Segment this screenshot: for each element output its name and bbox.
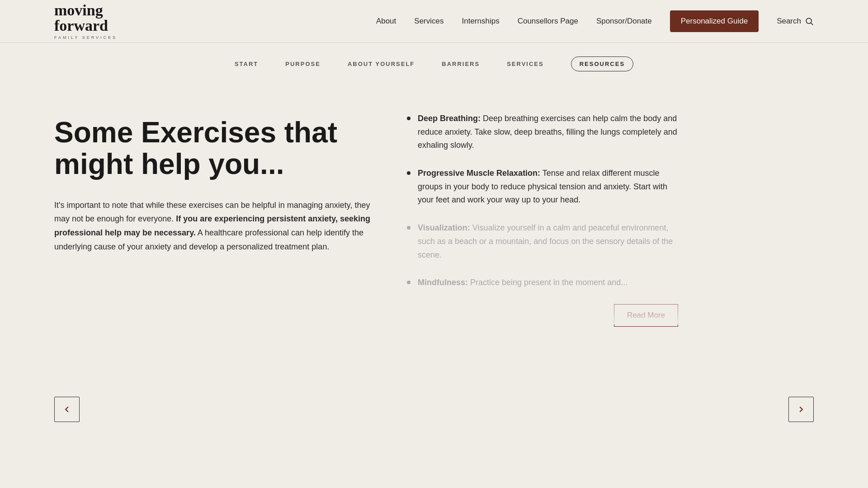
bullet-text-0: Deep Breathing: Deep breathing exercises… (418, 112, 678, 152)
personalized-guide-button[interactable]: Personalized Guide (670, 10, 759, 32)
bullet-item-1: Progressive Muscle Relaxation: Tense and… (407, 167, 678, 207)
bullet-dot-1 (407, 171, 410, 175)
sub-nav-item-start[interactable]: START (235, 61, 258, 67)
search-icon (805, 17, 814, 26)
bullet-item-0: Deep Breathing: Deep breathing exercises… (407, 112, 678, 152)
bullet-item-3: Mindfulness: Practice being present in t… (407, 276, 678, 290)
main-nav: About Services Internships Counsellors P… (376, 10, 814, 32)
sub-nav-item-services[interactable]: SERVICES (507, 61, 544, 67)
read-more-button[interactable]: Read More (614, 304, 678, 327)
prev-button[interactable] (54, 397, 80, 422)
bullet-term-3: Mindfulness: (418, 278, 468, 287)
sub-nav: STARTPURPOSEABOUT YOURSELFBARRIERSSERVIC… (0, 43, 868, 80)
main-title: Some Exercises that might help you... (54, 117, 371, 180)
bullet-text-3: Mindfulness: Practice being present in t… (418, 276, 627, 290)
exercise-list: Deep Breathing: Deep breathing exercises… (407, 112, 678, 290)
logo-line2: forward (54, 18, 108, 33)
bullet-term-2: Visualization: (418, 223, 470, 232)
bullet-text-2: Visualization: Visualize yourself in a c… (418, 221, 678, 262)
left-panel: Some Exercises that might help you... It… (54, 108, 371, 370)
logo-line1: moving (54, 3, 103, 18)
next-button[interactable] (788, 397, 814, 422)
arrow-right-icon (796, 404, 806, 414)
main-content: Some Exercises that might help you... It… (0, 80, 868, 397)
sub-nav-item-barriers[interactable]: BARRIERS (442, 61, 480, 67)
nav-sponsor[interactable]: Sponsor/Donate (596, 17, 652, 26)
arrow-left-icon (62, 404, 72, 414)
bullet-text-1: Progressive Muscle Relaxation: Tense and… (418, 167, 678, 207)
bullet-term-0: Deep Breathing: (418, 114, 481, 123)
svg-line-1 (811, 23, 813, 25)
right-panel: Deep Breathing: Deep breathing exercises… (407, 108, 678, 370)
logo[interactable]: moving forward FAMILY SERVICES (54, 3, 117, 40)
header: moving forward FAMILY SERVICES About Ser… (0, 0, 868, 43)
bullet-term-1: Progressive Muscle Relaxation: (418, 169, 540, 178)
bullet-dot-2 (407, 226, 410, 230)
svg-point-0 (806, 18, 811, 23)
bullet-dot-3 (407, 281, 410, 284)
logo-subtitle: FAMILY SERVICES (54, 35, 117, 40)
nav-counsellors[interactable]: Counsellors Page (518, 17, 578, 26)
search-area[interactable]: Search (777, 17, 814, 26)
nav-about[interactable]: About (376, 17, 396, 26)
nav-internships[interactable]: Internships (462, 17, 500, 26)
search-label: Search (777, 17, 801, 26)
nav-services[interactable]: Services (414, 17, 443, 26)
bullet-dot-0 (407, 117, 410, 120)
nav-arrows (0, 397, 868, 449)
sub-nav-item-resources[interactable]: RESOURCES (571, 56, 633, 71)
sub-nav-item-purpose[interactable]: PURPOSE (285, 61, 321, 67)
sub-nav-item-about-yourself[interactable]: ABOUT YOURSELF (348, 61, 415, 67)
bullet-item-2: Visualization: Visualize yourself in a c… (407, 221, 678, 262)
main-description: It's important to note that while these … (54, 198, 371, 253)
